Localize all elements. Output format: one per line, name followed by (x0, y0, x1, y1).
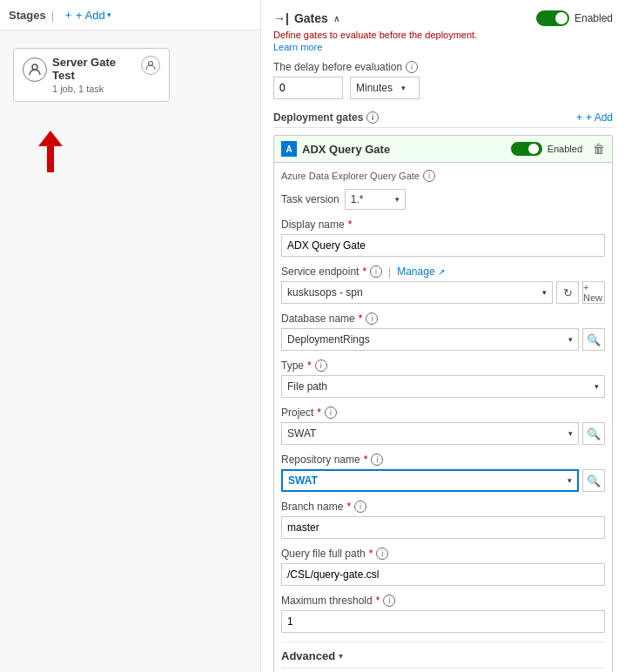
repo-name-row: SWAT ▾ 🔍 (281, 469, 605, 492)
database-search-button[interactable]: 🔍 (582, 328, 605, 351)
add-icon: ＋ (63, 7, 74, 23)
database-chevron-icon: ▾ (568, 335, 573, 344)
gates-toggle[interactable] (536, 10, 569, 26)
repo-chevron-icon: ▾ (568, 476, 572, 485)
display-name-input[interactable] (281, 234, 605, 257)
service-endpoint-chevron-icon: ▾ (542, 288, 547, 297)
advanced-label: Advanced (281, 649, 335, 662)
project-search-icon: 🔍 (587, 427, 601, 440)
deployment-gates-add-button[interactable]: + + Add (576, 111, 613, 124)
project-select[interactable]: SWAT ▾ (281, 422, 579, 445)
task-version-label: Task version (281, 193, 339, 205)
stage-card-subtitle: 1 job, 1 task (52, 84, 136, 94)
service-endpoint-select[interactable]: kuskusops - spn ▾ (281, 281, 553, 304)
gate-card-body: Azure Data Explorer Query Gate i Task ve… (274, 163, 612, 672)
gate-toggle-label: Enabled (548, 144, 582, 154)
database-name-label: Database name * i (281, 312, 605, 325)
delay-unit-select[interactable]: Minutes ▾ (350, 77, 420, 99)
plus-icon: + (576, 111, 582, 124)
advanced-section[interactable]: Advanced ▾ (281, 642, 605, 668)
manage-link[interactable]: Manage ↗ (397, 265, 445, 278)
project-row: SWAT ▾ 🔍 (281, 422, 605, 445)
stage-card-person-icon (23, 57, 47, 82)
service-endpoint-field: Service endpoint * i | Manage ↗ kuskusop… (281, 265, 605, 304)
repo-name-label: Repository name * i (281, 454, 605, 466)
gate-subtitle-info-icon[interactable]: i (423, 170, 435, 182)
gates-header: →| Gates ∧ Enabled (273, 10, 613, 26)
advanced-chevron-icon: ▾ (339, 651, 343, 661)
right-panel: →| Gates ∧ Enabled Define gates to evalu… (261, 0, 625, 672)
max-threshold-label: Maximum threshold * i (281, 595, 605, 607)
branch-info-icon[interactable]: i (354, 501, 366, 513)
max-threshold-info-icon[interactable]: i (383, 595, 395, 607)
type-info-icon[interactable]: i (315, 360, 327, 372)
delay-info-icon[interactable]: i (406, 61, 418, 73)
database-info-icon[interactable]: i (366, 312, 378, 325)
gates-toggle-group: Enabled (536, 10, 613, 26)
gate-card-header: A ADX Query Gate Enabled 🗑 (274, 136, 612, 163)
stage-card-info: Server Gate Test 1 job, 1 task (52, 56, 136, 94)
project-field: Project * i SWAT ▾ 🔍 (281, 407, 605, 445)
project-chevron-icon: ▾ (568, 429, 573, 438)
arrow-up (38, 131, 63, 172)
query-path-info-icon[interactable]: i (376, 548, 388, 560)
gates-learn-more-link[interactable]: Learn more (273, 42, 613, 52)
service-endpoint-row: kuskusops - spn ▾ ↻ + New (281, 281, 605, 304)
delay-unit-value: Minutes (356, 82, 393, 94)
database-name-select[interactable]: DeploymentRings ▾ (281, 328, 579, 351)
max-threshold-input[interactable] (281, 610, 605, 633)
refresh-service-button[interactable]: ↻ (556, 281, 579, 304)
arrow-shaft (47, 146, 54, 172)
stage-card-user-icon[interactable] (141, 56, 160, 75)
arrow-head (38, 131, 63, 146)
gate-toggle-group: Enabled (511, 142, 582, 156)
max-threshold-field: Maximum threshold * i (281, 595, 605, 633)
gate-card-icon: A (281, 141, 297, 157)
repo-search-icon: 🔍 (587, 474, 601, 487)
database-name-row: DeploymentRings ▾ 🔍 (281, 328, 605, 351)
add-chevron-icon: ▾ (107, 10, 111, 19)
delete-gate-icon[interactable]: 🗑 (593, 142, 605, 156)
type-label: Type * i (281, 360, 605, 372)
deployment-gates-info-icon[interactable]: i (366, 111, 379, 124)
branch-name-input[interactable] (281, 516, 605, 539)
project-info-icon[interactable]: i (325, 407, 337, 419)
stages-label: Stages (9, 9, 46, 22)
deployment-gates-section: Deployment gates i + + Add (273, 108, 613, 128)
project-label: Project * i (281, 407, 605, 419)
task-version-select[interactable]: 1.* ▾ (345, 189, 406, 210)
type-field: Type * i File path ▾ (281, 360, 605, 398)
branch-name-field: Branch name * i (281, 501, 605, 539)
gate-toggle[interactable] (511, 142, 542, 156)
search-icon: 🔍 (587, 333, 601, 346)
branch-name-label: Branch name * i (281, 501, 605, 513)
delay-input[interactable] (273, 77, 343, 99)
repo-search-button[interactable]: 🔍 (582, 469, 605, 492)
query-path-input[interactable] (281, 563, 605, 586)
type-select[interactable]: File path ▾ (281, 375, 605, 398)
query-path-label: Query file full path * i (281, 548, 605, 560)
gates-title-text: Gates (294, 11, 328, 25)
stage-card[interactable]: Server Gate Test 1 job, 1 task (13, 48, 170, 102)
divider: | (51, 9, 54, 22)
project-search-button[interactable]: 🔍 (582, 422, 605, 445)
display-name-label: Display name * (281, 218, 605, 231)
output-variables-section[interactable]: Output Variables ▾ (281, 668, 605, 672)
repo-name-select[interactable]: SWAT ▾ (281, 469, 579, 492)
arrow-indicator (38, 131, 63, 172)
new-service-button[interactable]: + New (582, 281, 605, 304)
type-chevron-icon: ▾ (595, 382, 599, 391)
top-bar: Stages | ＋ + Add ▾ (0, 0, 260, 30)
add-button[interactable]: ＋ + Add ▾ (59, 5, 115, 24)
deployment-gates-title: Deployment gates i (273, 111, 379, 124)
new-service-label: + New (583, 282, 604, 303)
add-label: + Add (76, 9, 105, 22)
gate-card-title: ADX Query Gate (302, 143, 506, 156)
display-name-field: Display name * (281, 218, 605, 257)
service-endpoint-label: Service endpoint * i | Manage ↗ (281, 265, 605, 278)
repo-name-field: Repository name * i SWAT ▾ 🔍 (281, 454, 605, 492)
stage-card-title: Server Gate Test (52, 56, 136, 82)
service-endpoint-info-icon[interactable]: i (370, 265, 382, 278)
gates-title: →| Gates ∧ (273, 11, 339, 25)
repo-info-icon[interactable]: i (371, 454, 383, 466)
